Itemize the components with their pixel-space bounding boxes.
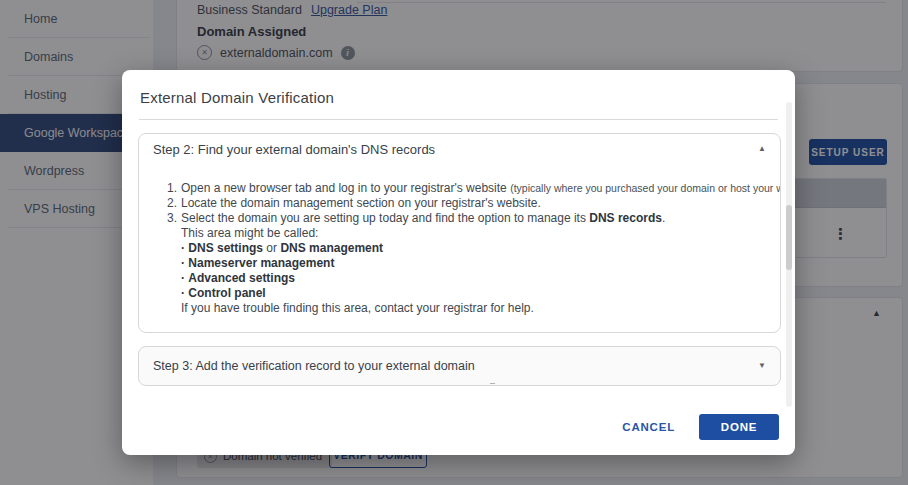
external-domain-verification-modal: External Domain Verification Step 2: Fin… — [122, 70, 795, 455]
divider — [139, 119, 778, 120]
modal-title: External Domain Verification — [140, 89, 777, 106]
bullet-item: Control panel — [139, 286, 780, 301]
list-number: 2. — [167, 196, 181, 211]
list-item: 1. Open a new browser tab and log in to … — [139, 181, 780, 196]
modal-scrollbar-track[interactable] — [786, 102, 792, 407]
cancel-button[interactable]: CANCEL — [622, 421, 675, 433]
chevron-up-icon: ▲ — [758, 145, 766, 153]
chevron-down-icon: ▼ — [758, 362, 766, 370]
sub-intro-text: This area might be called: — [139, 226, 780, 241]
list-item-note: (typically where you purchased your doma… — [510, 182, 781, 194]
step2-header-label: Step 2: Find your external domain's DNS … — [153, 142, 435, 157]
step2-body: 1. Open a new browser tab and log in to … — [139, 164, 780, 316]
list-number: 1. — [167, 181, 181, 196]
step3-header-label: Step 3: Add the verification record to y… — [153, 359, 475, 373]
list-item-text: Select the domain you are setting up tod… — [181, 211, 665, 226]
step3-accordion[interactable]: Step 3: Add the verification record to y… — [138, 346, 781, 386]
bullet-item: Nameserver management — [139, 256, 780, 271]
modal-footer: CANCEL DONE — [622, 414, 779, 440]
list-item-text: Locate the domain management section on … — [181, 196, 541, 211]
list-item: 2. Locate the domain management section … — [139, 196, 780, 211]
done-button[interactable]: DONE — [699, 414, 779, 440]
bullet-item: Advanced settings — [139, 271, 780, 286]
list-number: 3. — [167, 211, 181, 226]
step2-accordion: Step 2: Find your external domain's DNS … — [138, 133, 781, 333]
hidden-content-peek: – — [490, 378, 495, 388]
step2-accordion-header[interactable]: Step 2: Find your external domain's DNS … — [139, 134, 780, 164]
app-root: Home Domains Hosting Google Workspace Wo… — [0, 0, 908, 485]
help-note: If you have trouble finding this area, c… — [139, 301, 780, 316]
modal-scrollbar-thumb[interactable] — [786, 205, 792, 270]
bullet-item: DNS settings or DNS management — [139, 241, 780, 256]
list-item: 3. Select the domain you are setting up … — [139, 211, 780, 226]
list-item-text: Open a new browser tab and log in to you… — [181, 181, 781, 196]
